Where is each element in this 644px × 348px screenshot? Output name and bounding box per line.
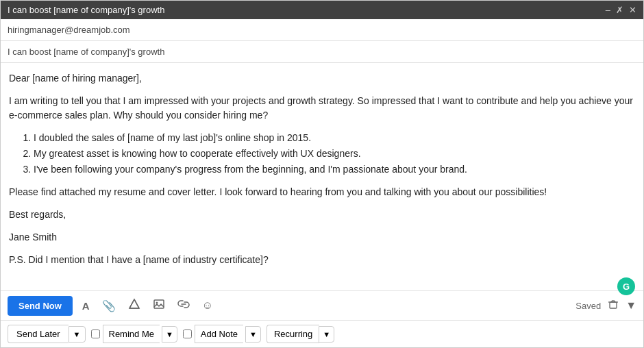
grammarly-button[interactable]: G	[617, 277, 635, 295]
list-item: I doubled the sales of [name of my last …	[34, 131, 635, 145]
add-note-group: Add Note ▼	[183, 325, 261, 343]
send-now-button[interactable]: Send Now	[8, 296, 73, 316]
send-later-button[interactable]: Send Later	[8, 325, 69, 343]
close-button[interactable]: ✕	[629, 5, 636, 15]
greeting: Dear [name of hiring manager],	[9, 71, 635, 86]
svg-marker-0	[129, 299, 139, 308]
recurring-group: Recurring ▼	[267, 325, 334, 343]
ps-line: P.S. Did I mention that I have a [name o…	[9, 253, 635, 267]
more-options-icon[interactable]: ▼	[626, 299, 636, 312]
body-list: I doubled the sales of [name of my last …	[34, 131, 635, 177]
compose-toolbar: Send Now A 📎 ☺ S	[1, 290, 643, 320]
window-controls: – ✗ ✕	[606, 5, 636, 15]
add-note-checkbox[interactable]	[183, 330, 192, 338]
delete-draft-icon[interactable]	[608, 299, 619, 312]
remind-me-checkbox[interactable]	[91, 330, 100, 338]
closing: Best regards,	[9, 208, 635, 222]
subject-field-value: I can boost [name of company]'s growth	[8, 47, 164, 57]
svg-line-1	[129, 299, 134, 308]
remind-me-dropdown[interactable]: ▼	[162, 326, 177, 343]
minimize-button[interactable]: –	[606, 5, 610, 15]
list-item: My greatest asset is knowing how to coop…	[34, 147, 635, 161]
to-field-value: hiringmanager@dreamjob.com	[8, 25, 130, 35]
email-compose-window: I can boost [name of company]'s growth –…	[0, 0, 644, 348]
title-bar: I can boost [name of company]'s growth –…	[1, 1, 643, 19]
send-later-group: Send Later ▼	[8, 325, 86, 343]
saved-status: Saved	[575, 301, 601, 311]
svg-rect-7	[610, 302, 617, 308]
signature: Jane Smith	[9, 230, 635, 245]
list-item: I've been following your company's progr…	[34, 162, 635, 177]
google-drive-icon[interactable]	[125, 295, 143, 316]
remind-me-button[interactable]: Remind Me	[103, 325, 160, 343]
subject-field[interactable]: I can boost [name of company]'s growth	[1, 41, 643, 63]
body-paragraph1: I am writing to tell you that I am impre…	[9, 94, 635, 123]
add-note-button[interactable]: Add Note	[195, 325, 243, 343]
remind-me-group: Remind Me ▼	[91, 325, 177, 343]
attach-file-icon[interactable]: 📎	[99, 297, 119, 315]
maximize-button[interactable]: ✗	[616, 5, 623, 15]
svg-line-2	[134, 299, 139, 308]
insert-photo-icon[interactable]	[150, 295, 168, 316]
emoji-icon[interactable]: ☺	[199, 297, 216, 314]
recurring-button[interactable]: Recurring	[267, 325, 319, 343]
font-format-icon[interactable]: A	[79, 297, 92, 314]
insert-link-icon[interactable]	[175, 295, 193, 316]
bottom-bar: Send Later ▼ Remind Me ▼ Add Note ▼ Recu…	[1, 320, 643, 347]
svg-rect-4	[154, 300, 164, 308]
body-paragraph2: Please find attached my resume and cover…	[9, 185, 635, 199]
recurring-dropdown[interactable]: ▼	[319, 326, 334, 343]
send-later-dropdown[interactable]: ▼	[69, 326, 86, 343]
window-title: I can boost [name of company]'s growth	[8, 5, 606, 15]
add-note-dropdown[interactable]: ▼	[245, 326, 261, 343]
to-field[interactable]: hiringmanager@dreamjob.com	[1, 19, 643, 41]
email-body[interactable]: Dear [name of hiring manager], I am writ…	[1, 63, 643, 290]
